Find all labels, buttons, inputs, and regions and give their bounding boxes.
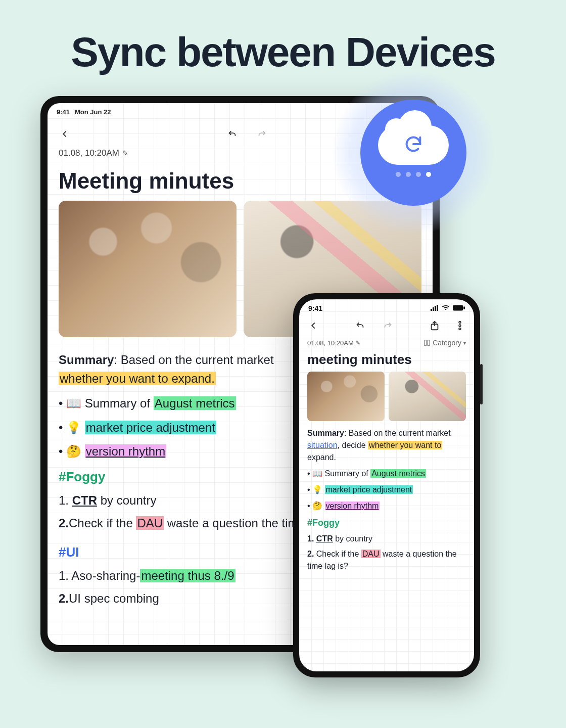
list-number: 1. xyxy=(307,534,314,543)
svg-rect-2 xyxy=(435,306,436,311)
thinking-icon: 🤔 xyxy=(312,502,322,510)
book-icon: 📖 xyxy=(312,469,322,478)
summary-line1: : Based on the current market xyxy=(114,353,273,367)
category-label: Category xyxy=(433,339,461,347)
phone-screen: 9:41 xyxy=(299,299,474,671)
ctr-text: CTR xyxy=(316,534,333,543)
list-item: 2. Check if the DAU waste a question the… xyxy=(307,548,466,572)
note-body[interactable]: Summary: Based on the current market sit… xyxy=(299,426,474,576)
svg-rect-1 xyxy=(433,307,434,311)
list-item: 📖 Summary of August metrics xyxy=(307,468,466,480)
summary-text: : Based on the current market xyxy=(344,429,451,437)
svg-point-8 xyxy=(459,325,461,327)
list-item: 1. CTR by country xyxy=(307,533,466,545)
svg-rect-0 xyxy=(431,309,432,311)
note-timestamp: 01.08, 10:20AM xyxy=(59,148,119,158)
desk-papers-photo[interactable] xyxy=(389,372,466,421)
bullet-highlight: market price adjustment xyxy=(325,485,413,494)
bullet-highlight: August metrics xyxy=(154,396,236,410)
tag-foggy[interactable]: #Foggy xyxy=(307,516,466,530)
list-text: Check if the xyxy=(314,550,361,558)
category-button[interactable]: Category ▾ xyxy=(423,339,466,347)
list-text: Check if the xyxy=(69,516,136,530)
battery-icon xyxy=(453,304,465,312)
tablet-toolbar xyxy=(48,118,433,146)
note-timestamp: 01.08, 10:20AM xyxy=(307,339,354,347)
meeting-highlight: meeting thus 8./9 xyxy=(140,569,235,582)
photo-row xyxy=(299,372,474,426)
bullet-list: 📖 Summary of August metrics 💡 market pri… xyxy=(307,468,466,512)
list-number: 1. xyxy=(59,493,69,507)
svg-rect-10 xyxy=(424,340,427,346)
situation-link[interactable]: situation xyxy=(307,441,338,449)
status-time: 9:41 xyxy=(57,108,70,116)
list-number: 2. xyxy=(59,516,69,530)
bullet-highlight: August metrics xyxy=(370,469,426,478)
svg-rect-3 xyxy=(437,305,438,311)
foggy-list: 1. CTR by country 2. Check if the DAU wa… xyxy=(307,533,466,572)
status-time: 9:41 xyxy=(308,304,322,312)
phone-device-frame: 9:41 xyxy=(293,293,480,677)
summary-highlight: whether you want to expand. xyxy=(59,372,216,385)
svg-rect-11 xyxy=(428,340,430,346)
bulb-icon: 💡 xyxy=(66,421,81,434)
bullet-highlight: version rhythm xyxy=(85,444,166,458)
note-title[interactable]: meeting minutes xyxy=(299,348,474,372)
status-date: Mon Jun 22 xyxy=(75,108,111,116)
note-title[interactable]: Meeting minutes xyxy=(48,160,433,199)
summary-label: Summary xyxy=(307,429,344,437)
note-timestamp-row: 01.08, 10:20AM ✎ xyxy=(48,146,433,160)
undo-icon[interactable] xyxy=(353,318,367,333)
chevron-down-icon: ▾ xyxy=(463,340,466,346)
list-number: 2. xyxy=(307,550,314,558)
summary-text: , decide xyxy=(338,441,368,449)
ctr-text: CTR xyxy=(72,493,97,507)
back-icon[interactable] xyxy=(306,318,320,333)
list-number: 2. xyxy=(59,592,69,605)
share-icon[interactable] xyxy=(428,318,442,333)
meeting-people-photo[interactable] xyxy=(59,201,237,337)
bulb-icon: 💡 xyxy=(312,485,322,494)
bullet-text: Summary of xyxy=(85,396,154,410)
pencil-icon[interactable]: ✎ xyxy=(122,149,128,157)
phone-toolbar xyxy=(299,313,474,338)
redo-icon[interactable] xyxy=(255,127,269,141)
dau-highlight: DAU xyxy=(361,550,381,558)
tablet-status-bar: 9:41 Mon Jun 22 xyxy=(48,103,433,118)
list-text: by country xyxy=(97,493,156,507)
svg-point-7 xyxy=(459,322,461,324)
layout-icon xyxy=(423,339,431,346)
list-text: UI spec combing xyxy=(69,592,159,605)
summary-highlight: whether you want to xyxy=(368,441,442,449)
redo-icon[interactable] xyxy=(381,318,395,333)
svg-rect-4 xyxy=(453,305,463,310)
list-text: Aso-sharing- xyxy=(69,569,140,582)
dau-highlight: DAU xyxy=(136,516,164,530)
list-text: by country xyxy=(333,534,372,543)
list-item: 🤔 version rhythm xyxy=(307,500,466,512)
book-icon: 📖 xyxy=(66,396,81,410)
hero-title: Sync between Devices xyxy=(0,0,566,76)
list-item: 💡 market price adjustment xyxy=(307,484,466,496)
summary-label: Summary xyxy=(59,353,114,367)
note-meta-row: 01.08, 10:20AM ✎ Category ▾ xyxy=(299,338,474,348)
summary-text: expand. xyxy=(307,453,336,462)
svg-point-9 xyxy=(459,328,461,330)
pencil-icon[interactable]: ✎ xyxy=(356,340,360,346)
wifi-icon xyxy=(442,304,450,312)
back-icon[interactable] xyxy=(58,127,72,141)
undo-icon[interactable] xyxy=(225,127,240,141)
bullet-text: Summary of xyxy=(325,469,371,478)
svg-rect-5 xyxy=(463,306,465,309)
bullet-highlight: version rhythm xyxy=(325,502,380,510)
signal-icon xyxy=(431,304,439,312)
more-icon[interactable] xyxy=(453,318,467,333)
thinking-icon: 🤔 xyxy=(66,444,81,458)
meeting-people-photo[interactable] xyxy=(307,372,385,421)
phone-status-bar: 9:41 xyxy=(299,299,474,313)
bullet-highlight: market price adjustment xyxy=(85,421,216,434)
list-number: 1. xyxy=(59,569,69,582)
